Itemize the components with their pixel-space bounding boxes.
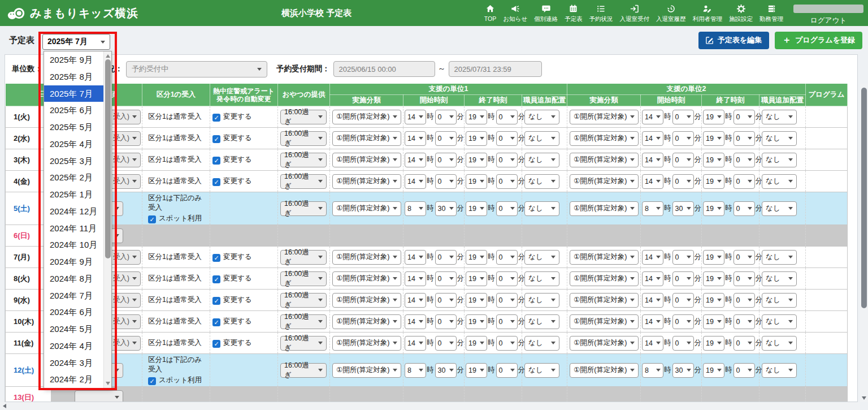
- period-to-input[interactable]: 2025/07/31 23:59: [449, 61, 542, 77]
- unit2-end-hour-select[interactable]: 19: [703, 110, 724, 124]
- unit2-staff-select[interactable]: なし: [762, 293, 797, 308]
- unit1-start-minute-select[interactable]: 0: [435, 110, 457, 124]
- unit2-start-minute-select[interactable]: 0: [672, 314, 694, 329]
- unit2-end-hour-select[interactable]: 19: [703, 174, 724, 189]
- unit1-end-hour-select[interactable]: 19: [466, 110, 487, 124]
- register-program-button[interactable]: ＋ プログラムを登録: [775, 32, 862, 49]
- unit2-start-hour-select[interactable]: 14: [642, 153, 663, 167]
- unit2-end-minute-select[interactable]: 0: [734, 201, 755, 216]
- unit1-start-hour-select[interactable]: 14: [405, 174, 426, 189]
- unit2-end-minute-select[interactable]: 0: [734, 250, 755, 265]
- month-option[interactable]: 2025年 2月: [44, 169, 104, 186]
- unit2-start-hour-select[interactable]: 8: [642, 201, 663, 216]
- nav-item-entry-exit-history[interactable]: 入退室履歴: [653, 1, 689, 22]
- month-option[interactable]: 2025年 7月: [44, 85, 104, 102]
- unit2-class-select[interactable]: ①開所(算定対象): [570, 336, 639, 351]
- unit1-class-select[interactable]: ①開所(算定対象): [332, 201, 401, 216]
- unit2-staff-select[interactable]: なし: [762, 250, 797, 265]
- unit1-class-select[interactable]: ①開所(算定対象): [332, 314, 401, 329]
- unit2-end-hour-select[interactable]: 19: [703, 250, 724, 265]
- snack-select[interactable]: 16:00過ぎ: [280, 336, 327, 351]
- edit-schedule-button[interactable]: 予定表を編集: [698, 32, 769, 49]
- nav-item-top[interactable]: TOP: [481, 1, 500, 22]
- unit2-end-minute-select[interactable]: 0: [734, 293, 755, 308]
- checkbox-checked-icon[interactable]: ✓: [212, 254, 220, 262]
- unit2-end-minute-select[interactable]: 0: [734, 110, 755, 124]
- month-option[interactable]: 2025年 8月: [44, 68, 104, 85]
- unit2-start-hour-select[interactable]: 14: [642, 131, 663, 146]
- unit2-class-select[interactable]: ①開所(算定対象): [570, 153, 639, 167]
- snack-select[interactable]: 16:00過ぎ: [280, 110, 327, 124]
- month-option[interactable]: 2024年 8月: [44, 270, 104, 287]
- unit2-class-select[interactable]: ①開所(算定対象): [570, 363, 639, 378]
- unit2-start-hour-select[interactable]: 14: [642, 250, 663, 265]
- dropdown-scrollbar-thumb[interactable]: [105, 59, 111, 258]
- unit2-staff-select[interactable]: なし: [762, 271, 797, 286]
- snack-select[interactable]: 16:00過ぎ: [280, 314, 327, 329]
- nav-item-reservation-status[interactable]: 予約状況: [586, 1, 617, 22]
- accept-type-select[interactable]: [75, 390, 123, 403]
- scroll-down-arrow-icon[interactable]: [106, 382, 110, 385]
- month-select[interactable]: 2025年 7月: [42, 34, 110, 50]
- unit1-start-hour-select[interactable]: 8: [405, 363, 426, 378]
- unit2-staff-select[interactable]: なし: [762, 174, 797, 189]
- unit1-end-minute-select[interactable]: 0: [496, 110, 518, 124]
- month-option[interactable]: 2025年 4月: [44, 136, 104, 153]
- snack-select[interactable]: 16:00過ぎ: [280, 363, 327, 378]
- unit1-end-minute-select[interactable]: 0: [496, 314, 518, 329]
- horizontal-scrollbar[interactable]: [0, 402, 860, 410]
- month-option[interactable]: 2025年 1月: [44, 186, 104, 203]
- checkbox-checked-icon[interactable]: ✓: [212, 297, 220, 305]
- snack-select[interactable]: 16:00過ぎ: [280, 174, 327, 189]
- unit1-end-minute-select[interactable]: 0: [496, 250, 518, 265]
- unit1-end-minute-select[interactable]: 0: [496, 174, 518, 189]
- nav-item-individual-contact[interactable]: 個別連絡: [531, 1, 561, 22]
- unit1-end-hour-select[interactable]: 19: [466, 293, 487, 308]
- unit2-end-hour-select[interactable]: 19: [703, 336, 724, 351]
- unit2-start-minute-select[interactable]: 0: [672, 293, 694, 308]
- scroll-left-arrow-icon[interactable]: [3, 404, 6, 408]
- unit1-start-hour-select[interactable]: 14: [405, 153, 426, 167]
- month-option[interactable]: 2025年 6月: [44, 102, 104, 119]
- unit1-start-hour-select[interactable]: 14: [405, 293, 426, 308]
- unit1-staff-select[interactable]: なし: [524, 201, 559, 216]
- nav-item-user-management[interactable]: 利用者管理: [689, 1, 726, 22]
- unit1-staff-select[interactable]: なし: [524, 131, 559, 146]
- month-option[interactable]: 2024年 9月: [44, 253, 104, 270]
- unit1-staff-select[interactable]: なし: [524, 363, 559, 378]
- unit2-start-minute-select[interactable]: 0: [672, 153, 694, 167]
- unit2-end-hour-select[interactable]: 19: [703, 363, 724, 378]
- month-option[interactable]: 2024年 4月: [44, 338, 104, 355]
- unit2-end-minute-select[interactable]: 0: [734, 153, 755, 167]
- unit2-class-select[interactable]: ①開所(算定対象): [570, 314, 639, 329]
- unit1-end-hour-select[interactable]: 19: [466, 131, 487, 146]
- unit2-end-hour-select[interactable]: 19: [703, 314, 724, 329]
- unit2-start-hour-select[interactable]: 14: [642, 336, 663, 351]
- unit1-start-hour-select[interactable]: 14: [405, 314, 426, 329]
- reservation-status-select[interactable]: 予約受付中: [126, 61, 267, 77]
- unit1-end-hour-select[interactable]: 19: [466, 153, 487, 167]
- unit1-start-minute-select[interactable]: 0: [435, 336, 457, 351]
- brand[interactable]: みまもりキッズ横浜: [7, 6, 138, 21]
- unit1-class-select[interactable]: ①開所(算定対象): [332, 110, 401, 124]
- snack-select[interactable]: 16:00過ぎ: [280, 201, 327, 216]
- unit2-staff-select[interactable]: なし: [762, 153, 797, 167]
- month-option[interactable]: 2024年 10月: [44, 236, 104, 253]
- unit2-start-hour-select[interactable]: 14: [642, 110, 663, 124]
- nav-item-announcements[interactable]: お知らせ: [500, 1, 531, 22]
- unit1-staff-select[interactable]: なし: [524, 293, 559, 308]
- unit2-end-minute-select[interactable]: 0: [734, 314, 755, 329]
- month-option[interactable]: 2024年 5月: [44, 321, 104, 338]
- unit1-start-minute-select[interactable]: 0: [435, 293, 457, 308]
- unit1-staff-select[interactable]: なし: [524, 336, 559, 351]
- unit2-class-select[interactable]: ①開所(算定対象): [570, 131, 639, 146]
- unit1-class-select[interactable]: ①開所(算定対象): [332, 131, 401, 146]
- unit1-start-hour-select[interactable]: 14: [405, 336, 426, 351]
- logout-button[interactable]: ログアウト: [810, 16, 847, 25]
- unit1-class-select[interactable]: ①開所(算定対象): [332, 174, 401, 189]
- month-option[interactable]: 2025年 9月: [44, 51, 104, 68]
- unit2-staff-select[interactable]: なし: [762, 314, 797, 329]
- unit1-end-minute-select[interactable]: 0: [496, 336, 518, 351]
- unit2-start-minute-select[interactable]: 0: [672, 174, 694, 189]
- unit2-end-minute-select[interactable]: 0: [734, 271, 755, 286]
